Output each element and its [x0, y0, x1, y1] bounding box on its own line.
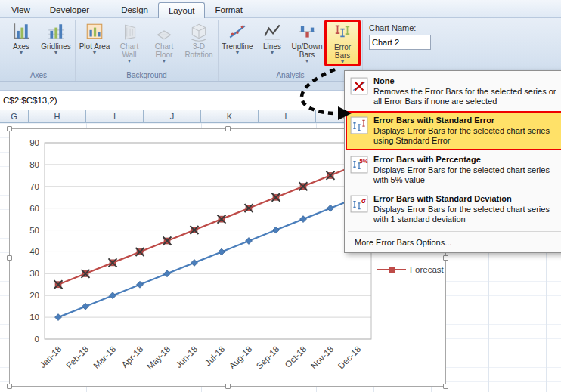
ribbon-button-label: Error Bars	[327, 43, 358, 60]
svg-text:60: 60	[29, 204, 39, 213]
svg-text:Apr-18: Apr-18	[120, 344, 145, 369]
svg-text:Jul-18: Jul-18	[203, 344, 227, 368]
chevron-down-icon: ▼	[340, 60, 346, 64]
svg-text:Nov-18: Nov-18	[309, 344, 336, 371]
ribbon-tabs: ViewDeveloperDesignLayoutFormat	[0, 0, 561, 18]
ribbon-button-label: Chart Floor	[147, 42, 181, 59]
svg-text:80: 80	[29, 160, 39, 169]
svg-text:May-18: May-18	[145, 344, 172, 372]
menu-item-none[interactable]: NoneRemoves the Error Bars for the selec…	[346, 72, 561, 111]
chart-resize-handle[interactable]	[7, 255, 12, 261]
updown-bars-icon	[297, 22, 317, 42]
tab-layout[interactable]: Layout	[158, 2, 206, 18]
ribbon-button-lines[interactable]: Lines▼	[255, 20, 290, 65]
chart-floor-icon	[154, 22, 174, 42]
col-header-h[interactable]: H	[29, 110, 86, 122]
svg-text:Forecast: Forecast	[410, 265, 445, 274]
ribbon-groups: Axes▼Gridlines▼AxesPlot Area▼Chart Wall▼…	[2, 20, 363, 81]
svg-text:10: 10	[29, 313, 39, 322]
chevron-down-icon: ▼	[305, 59, 310, 63]
svg-text:0: 0	[35, 335, 39, 344]
chart-name-input[interactable]	[369, 35, 431, 50]
trendline-icon	[228, 22, 247, 42]
svg-text:50: 50	[29, 226, 39, 235]
error-bars-menu: NoneRemoves the Error Bars for the selec…	[344, 70, 561, 253]
tab-developer[interactable]: Developer	[40, 2, 99, 17]
standard-deviation-icon: σ	[350, 195, 370, 216]
ribbon-group-background: Plot Area▼Chart Wall▼Chart Floor▼3-D Rot…	[76, 20, 219, 81]
menu-item-more-error-bars-options[interactable]: More Error Bars Options...	[346, 234, 561, 252]
svg-text:Mar-18: Mar-18	[91, 344, 117, 370]
chart-name-label: Chart Name:	[369, 23, 431, 32]
standard-error-icon	[350, 116, 370, 137]
tab-format[interactable]: Format	[205, 2, 252, 17]
col-header-g[interactable]: G	[0, 110, 29, 122]
svg-text:Feb-18: Feb-18	[64, 344, 90, 370]
ribbon-button-axes[interactable]: Axes▼	[4, 20, 39, 65]
ribbon-group-axes: Axes▼Gridlines▼Axes	[2, 20, 76, 81]
menu-item-title: Error Bars with Standard Error	[373, 116, 557, 125]
svg-text:90: 90	[29, 138, 39, 147]
tab-design[interactable]: Design	[111, 2, 158, 17]
col-header-i[interactable]: I	[86, 110, 144, 122]
none-icon	[350, 77, 370, 98]
chart-resize-handle[interactable]	[225, 126, 231, 131]
error-bars-icon	[333, 23, 352, 42]
chevron-down-icon: ▼	[92, 51, 98, 55]
chart-resize-handle[interactable]	[7, 384, 12, 389]
axes-icon	[11, 22, 31, 42]
percentage-icon: 5%	[350, 156, 370, 177]
col-header-k[interactable]: K	[201, 110, 259, 122]
ribbon-button-trendline[interactable]: Trendline▼	[220, 20, 255, 65]
col-header-j[interactable]: J	[144, 110, 201, 122]
menu-item-title: Error Bars with Standard Deviation	[373, 194, 557, 204]
menu-item-error-bars-with-percentage[interactable]: 5%Error Bars with PercentageDisplays Err…	[346, 150, 561, 190]
menu-item-description: Displays Error Bars for the selected cha…	[373, 165, 557, 184]
excel-window: ViewDeveloperDesignLayoutFormat Axes▼Gri…	[0, 0, 561, 392]
menu-item-title: None	[373, 76, 557, 86]
tab-view[interactable]: View	[2, 2, 40, 17]
menu-item-title: Error Bars with Percentage	[373, 155, 557, 165]
menu-item-description: Displays Error Bars for the selected cha…	[373, 205, 557, 224]
chevron-down-icon: ▼	[54, 51, 59, 55]
svg-text:5%: 5%	[359, 158, 367, 165]
col-header-l[interactable]: L	[259, 110, 316, 122]
svg-text:20: 20	[29, 291, 39, 300]
ribbon-button-3-d-rotation: 3-D Rotation	[181, 20, 216, 65]
ribbon-button-up-down-bars[interactable]: Up/Down Bars▼	[290, 20, 324, 65]
ribbon-group-label-background: Background	[77, 71, 216, 81]
svg-text:30: 30	[29, 269, 39, 278]
menu-item-description: Displays Error Bars for the selected cha…	[373, 126, 557, 145]
chart-resize-handle[interactable]	[7, 126, 12, 131]
lines-icon	[262, 22, 282, 42]
ribbon-button-chart-floor: Chart Floor▼	[147, 20, 181, 65]
ribbon-group-analysis: Trendline▼Lines▼Up/Down Bars▼Error Bars▼…	[219, 20, 363, 81]
svg-text:40: 40	[29, 247, 39, 256]
plot-area-icon	[85, 22, 104, 42]
chart-resize-handle[interactable]	[225, 384, 231, 389]
ribbon-button-gridlines[interactable]: Gridlines▼	[39, 20, 73, 65]
ribbon-button-label: Up/Down Bars	[290, 42, 324, 59]
menu-item-error-bars-with-standard-deviation[interactable]: σError Bars with Standard DeviationDispl…	[346, 190, 561, 229]
svg-text:Aug-18: Aug-18	[228, 344, 254, 371]
chevron-down-icon: ▼	[162, 59, 167, 63]
ribbon-button-label: 3-D Rotation	[181, 42, 216, 59]
chart-resize-handle[interactable]	[443, 255, 448, 261]
chart-resize-handle[interactable]	[443, 384, 448, 389]
svg-text:Sep-18: Sep-18	[255, 344, 281, 371]
ribbon-button-error-bars[interactable]: Error Bars▼	[324, 20, 361, 66]
chevron-down-icon: ▼	[19, 51, 24, 55]
ribbon-button-chart-wall: Chart Wall▼	[112, 20, 147, 65]
svg-text:σ: σ	[361, 197, 366, 205]
ribbon-button-plot-area[interactable]: Plot Area▼	[77, 20, 112, 65]
chevron-down-icon: ▼	[127, 59, 132, 63]
chart-wall-icon	[119, 22, 139, 42]
chevron-down-icon: ▼	[235, 51, 240, 55]
menu-item-error-bars-with-standard-error[interactable]: Error Bars with Standard ErrorDisplays E…	[346, 111, 561, 150]
chevron-down-icon: ▼	[270, 51, 275, 55]
ribbon-group-label-analysis: Analysis	[220, 71, 361, 81]
ribbon-group-label-axes: Axes	[4, 71, 73, 81]
svg-text:Oct-18: Oct-18	[284, 344, 308, 369]
svg-text:Jun-18: Jun-18	[174, 344, 199, 369]
gridlines-icon	[46, 22, 66, 42]
